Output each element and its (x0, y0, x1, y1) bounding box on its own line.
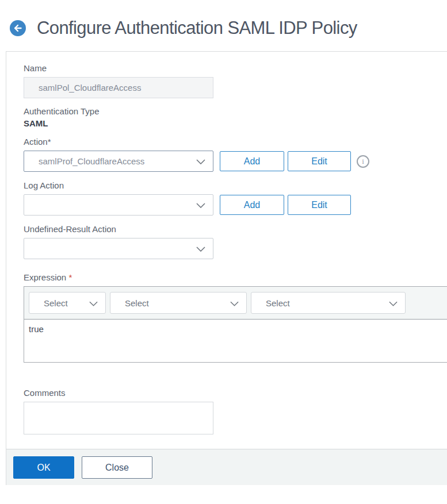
action-label: Action* (24, 137, 447, 147)
form-panel: Name samlPol_CloudflareAccess Authentica… (6, 51, 447, 485)
undefined-action-field-group: Undefined-Result Action (24, 224, 447, 259)
chevron-down-icon (196, 244, 205, 253)
expression-label: Expression * (24, 272, 447, 282)
back-button[interactable] (10, 20, 26, 36)
undefined-action-label: Undefined-Result Action (24, 224, 447, 234)
undefined-action-select[interactable] (24, 238, 213, 259)
name-label: Name (24, 63, 447, 73)
expression-select-3[interactable]: Select (251, 292, 406, 314)
chevron-down-icon (196, 156, 205, 166)
comments-input[interactable] (24, 402, 213, 434)
chevron-down-icon (89, 298, 98, 308)
expression-label-text: Expression (24, 272, 66, 282)
comments-label: Comments (24, 388, 447, 398)
page-title: Configure Authentication SAML IDP Policy (37, 18, 357, 39)
name-input: samlPol_CloudflareAccess (24, 77, 213, 98)
page-header: Configure Authentication SAML IDP Policy (0, 0, 447, 51)
chevron-down-icon (389, 298, 398, 308)
log-action-label: Log Action (24, 180, 447, 190)
auth-type-group: Authentication Type SAML (24, 106, 447, 128)
required-asterisk: * (68, 272, 72, 282)
arrow-left-icon (13, 23, 23, 33)
expression-select-1-value: Select (44, 298, 68, 308)
auth-type-value: SAML (24, 118, 447, 128)
log-action-field-group: Log Action Add Edit (24, 180, 447, 216)
log-action-edit-button[interactable]: Edit (288, 195, 351, 215)
log-action-add-button[interactable]: Add (220, 195, 284, 215)
action-add-button[interactable]: Add (220, 151, 284, 171)
chevron-down-icon (230, 298, 239, 308)
info-icon[interactable]: i (357, 155, 369, 168)
name-input-value: samlPol_CloudflareAccess (39, 83, 141, 93)
close-button[interactable]: Close (82, 456, 152, 479)
expression-select-3-value: Select (266, 298, 290, 308)
action-edit-button[interactable]: Edit (288, 151, 351, 171)
expression-select-2[interactable]: Select (110, 292, 247, 314)
log-action-select[interactable] (24, 194, 213, 216)
comments-field-group: Comments (24, 388, 447, 437)
action-field-group: Action* samlProf_CloudflareAccess Add Ed… (24, 137, 447, 172)
action-select[interactable]: samlProf_CloudflareAccess (24, 151, 213, 172)
expression-toolbar: Select Select Select (24, 287, 447, 320)
auth-type-label: Authentication Type (24, 106, 447, 116)
name-field-group: Name samlPol_CloudflareAccess (24, 63, 447, 98)
ok-button[interactable]: OK (13, 456, 74, 479)
action-select-value: samlProf_CloudflareAccess (39, 156, 144, 166)
expression-select-2-value: Select (125, 298, 149, 308)
footer-bar: OK Close (6, 449, 447, 485)
expression-input[interactable]: true (24, 320, 447, 362)
expression-editor: Select Select Select (24, 286, 447, 363)
expression-field-group: Expression * Select Select (24, 272, 447, 363)
expression-select-1[interactable]: Select (29, 292, 106, 314)
chevron-down-icon (196, 200, 205, 210)
